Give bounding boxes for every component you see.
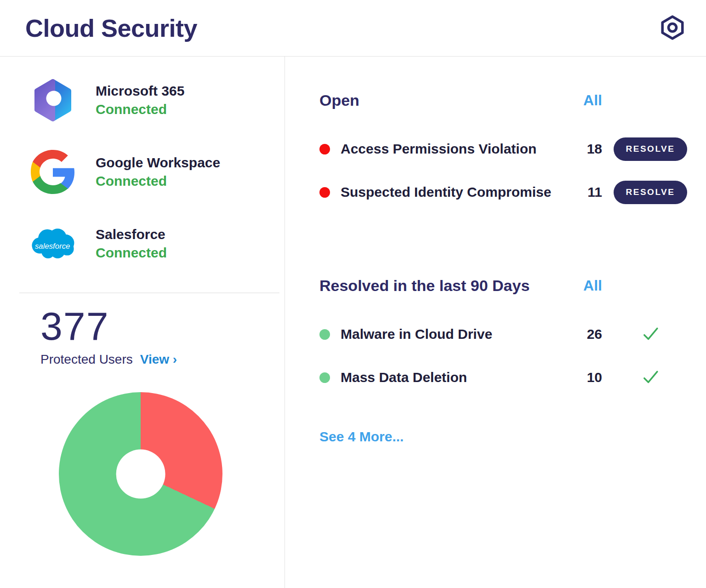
open-incident-row: Suspected Identity Compromise 11 RESOLVE <box>319 179 689 205</box>
incident-count: 10 <box>587 370 602 385</box>
protected-users-stat: 377 Protected UsersView › <box>40 306 273 367</box>
service-name: Microsoft 365 <box>96 82 184 101</box>
resolve-button[interactable]: RESOLVE <box>614 137 688 161</box>
microsoft-365-logo <box>28 77 78 123</box>
main-content: Microsoft 365 Connected Google Workspace… <box>0 57 706 588</box>
red-dot-icon <box>319 187 330 198</box>
incident-count: 26 <box>587 326 602 342</box>
red-dot-icon <box>319 144 330 154</box>
resolved-section-title: Resolved in the last 90 Days <box>319 277 570 295</box>
incidents-panel: Open All Access Permissions Violation 18… <box>285 57 706 588</box>
service-row-salesforce[interactable]: salesforce Salesforce Connected <box>28 221 273 267</box>
check-icon <box>640 367 660 388</box>
resolved-all-link[interactable]: All <box>583 277 602 294</box>
green-dot-icon <box>319 329 330 340</box>
google-workspace-logo <box>28 149 78 195</box>
protected-users-label: Protected Users <box>40 352 133 366</box>
open-incident-row: Access Permissions Violation 18 RESOLVE <box>319 136 689 162</box>
service-name: Salesforce <box>96 225 167 244</box>
check-icon <box>640 324 660 344</box>
users-donut-chart <box>59 392 222 556</box>
svg-text:salesforce: salesforce <box>35 242 70 251</box>
app-header: Cloud Security <box>0 0 706 57</box>
open-all-link[interactable]: All <box>583 92 602 109</box>
incident-label: Suspected Identity Compromise <box>341 184 570 200</box>
service-status: Connected <box>96 100 184 119</box>
open-section-header: Open All <box>319 90 689 111</box>
hexagon-nut-icon <box>659 14 686 42</box>
donut-hole <box>116 450 165 499</box>
connections-panel: Microsoft 365 Connected Google Workspace… <box>0 57 285 588</box>
left-panel-divider <box>19 292 279 293</box>
resolved-incident-row: Malware in Cloud Drive 26 <box>319 321 689 347</box>
incident-label: Mass Data Deletion <box>341 370 570 385</box>
incident-label: Access Permissions Violation <box>341 141 570 157</box>
green-dot-icon <box>319 372 330 383</box>
view-users-link[interactable]: View › <box>140 352 177 366</box>
incident-count: 11 <box>587 184 602 200</box>
service-status: Connected <box>96 172 220 191</box>
resolved-section-header: Resolved in the last 90 Days All <box>319 275 689 296</box>
resolved-incident-list: Malware in Cloud Drive 26 Mass Data Dele… <box>319 321 689 390</box>
settings-button[interactable] <box>658 14 687 42</box>
service-name: Google Workspace <box>96 154 220 172</box>
incident-count: 18 <box>587 141 602 157</box>
salesforce-logo: salesforce <box>28 221 78 267</box>
protected-users-count: 377 <box>40 306 273 346</box>
service-row-microsoft-365[interactable]: Microsoft 365 Connected <box>28 77 273 123</box>
see-more-link[interactable]: See 4 More... <box>319 429 404 445</box>
page-title: Cloud Security <box>25 14 197 42</box>
open-incident-list: Access Permissions Violation 18 RESOLVE … <box>319 136 689 205</box>
open-section-title: Open <box>319 91 570 109</box>
incident-label: Malware in Cloud Drive <box>341 326 570 342</box>
service-row-google-workspace[interactable]: Google Workspace Connected <box>28 149 273 195</box>
resolve-button[interactable]: RESOLVE <box>614 181 688 204</box>
resolved-incident-row: Mass Data Deletion 10 <box>319 365 689 390</box>
service-status: Connected <box>96 244 167 263</box>
